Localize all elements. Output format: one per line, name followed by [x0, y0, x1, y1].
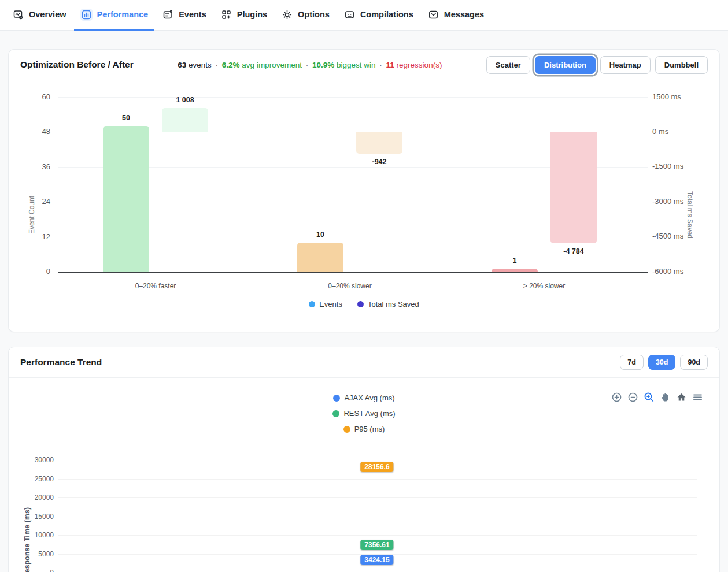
plugins-icon — [220, 9, 232, 21]
selection-zoom-icon[interactable] — [644, 392, 655, 403]
events-icon — [162, 9, 174, 21]
zoom-out-icon[interactable] — [627, 392, 638, 403]
optimization-card-header: Optimization Before / After 63 events · … — [9, 50, 719, 80]
distribution-view-button[interactable]: Distribution — [535, 56, 596, 74]
trend-range-switcher: 7d 30d 90d — [620, 355, 708, 370]
dumbbell-view-button[interactable]: Dumbbell — [655, 56, 708, 74]
bar-events-label: 50 — [97, 114, 155, 122]
category-label: 0–20% slower — [286, 282, 413, 290]
legend-label: Total ms Saved — [368, 300, 419, 309]
legend-item[interactable]: AJAX Avg (ms) — [333, 393, 394, 402]
tab-options[interactable]: Options — [275, 0, 336, 31]
zoom-in-icon[interactable] — [611, 392, 622, 403]
tab-label: Compilations — [360, 10, 413, 19]
bar-events[interactable] — [492, 269, 538, 272]
right-axis-tick: -6000 ms — [652, 267, 710, 276]
y-axis-tick: 0 — [9, 569, 54, 572]
tab-compilations[interactable]: Compilations — [337, 0, 420, 31]
stat-improvement-value: 6.2% — [222, 61, 240, 69]
legend-item[interactable]: P95 (ms) — [343, 425, 385, 433]
legend-dot — [333, 395, 340, 402]
legend-dot — [357, 301, 364, 307]
right-axis-tick: -4500 ms — [652, 232, 710, 240]
bar-events[interactable] — [103, 126, 149, 272]
bar-ms-saved-label: 1 008 — [156, 96, 214, 104]
data-label-badge[interactable]: 3424.15 — [360, 555, 393, 565]
stat-regression-label: regression(s) — [397, 61, 442, 69]
y-axis-tick: 30000 — [9, 456, 54, 464]
legend-label: Events — [319, 300, 342, 309]
heatmap-view-button[interactable]: Heatmap — [600, 56, 651, 74]
gear-icon — [281, 9, 293, 21]
x-axis-line — [58, 272, 648, 273]
legend-item[interactable]: REST Avg (ms) — [332, 409, 395, 418]
right-axis-tick: 0 ms — [652, 127, 710, 136]
y-axis-tick: 10000 — [9, 531, 54, 539]
bar-ms-saved[interactable] — [550, 132, 597, 243]
chart-toolbar — [611, 392, 703, 403]
legend-dot — [309, 301, 315, 307]
distribution-chart: 012243648601500 ms0 ms-1500 ms-3000 ms-4… — [9, 80, 719, 322]
left-axis-tick: 60 — [9, 92, 50, 101]
optimization-card: Optimization Before / After 63 events · … — [8, 49, 720, 332]
tab-label: Overview — [29, 10, 66, 19]
range-30d-button[interactable]: 30d — [648, 355, 676, 370]
data-label-badge[interactable]: 28156.6 — [360, 462, 393, 472]
bar-ms-saved-label: -942 — [350, 158, 408, 166]
trend-chart: AJAX Avg (ms)REST Avg (ms)P95 (ms) — [9, 378, 719, 572]
stat-win-value: 10.9% — [312, 61, 334, 69]
overview-icon — [12, 9, 24, 21]
tab-label: Plugins — [237, 10, 267, 19]
data-label-badge[interactable]: 7356.61 — [360, 540, 393, 550]
right-axis-tick: -3000 ms — [652, 197, 710, 206]
gridline — [58, 517, 697, 517]
trend-card-title: Performance Trend — [20, 357, 102, 367]
left-axis-tick: 0 — [9, 267, 50, 276]
stat-improvement-label: avg improvement — [242, 61, 302, 69]
stat-events-label: events — [189, 61, 212, 69]
left-axis-tick: 48 — [9, 127, 50, 136]
y-axis-tick: 5000 — [9, 550, 54, 558]
left-axis-tick: 36 — [9, 162, 50, 171]
messages-icon — [427, 9, 439, 21]
tab-overview[interactable]: Overview — [6, 0, 73, 31]
legend-label: REST Avg (ms) — [343, 409, 395, 418]
gridline — [58, 535, 697, 536]
gridline — [58, 479, 697, 480]
compilations-icon — [343, 9, 356, 21]
y-axis-tick: 25000 — [9, 475, 54, 483]
tab-plugins[interactable]: Plugins — [214, 0, 274, 31]
scatter-view-button[interactable]: Scatter — [486, 56, 530, 74]
range-90d-button[interactable]: 90d — [680, 355, 708, 370]
performance-icon — [80, 9, 93, 21]
gridline — [58, 497, 697, 498]
category-label: > 20% slower — [481, 282, 608, 290]
bar-events-label: 1 — [486, 257, 544, 265]
optimization-stats: 63 events · 6.2% avg improvement · 10.9%… — [134, 61, 486, 69]
right-axis-tick: 1500 ms — [652, 92, 710, 101]
bar-events[interactable] — [297, 243, 343, 272]
menu-icon[interactable] — [692, 392, 703, 403]
legend-dot — [332, 410, 339, 417]
tab-performance[interactable]: Performance — [74, 0, 155, 31]
trend-card-header: Performance Trend 7d 30d 90d — [9, 347, 719, 378]
legend-item[interactable]: Events — [309, 300, 342, 309]
y-axis-tick: 20000 — [9, 493, 54, 502]
tab-events[interactable]: Events — [156, 0, 213, 31]
bar-ms-saved[interactable] — [356, 132, 402, 154]
optimization-card-title: Optimization Before / After — [20, 60, 134, 70]
top-navigation: Overview Performance Events Plugins — [0, 0, 728, 31]
tab-label: Performance — [97, 10, 149, 19]
tab-label: Events — [179, 10, 206, 19]
legend-item[interactable]: Total ms Saved — [357, 300, 419, 309]
category-label: 0–20% faster — [92, 282, 219, 290]
home-icon[interactable] — [676, 392, 687, 403]
bar-ms-saved[interactable] — [162, 108, 208, 132]
gridline — [58, 97, 648, 98]
distribution-legend: EventsTotal ms Saved — [9, 300, 719, 309]
range-7d-button[interactable]: 7d — [620, 355, 644, 370]
tab-label: Messages — [444, 10, 484, 19]
pan-icon[interactable] — [660, 392, 671, 403]
bar-ms-saved-label: -4 784 — [545, 247, 603, 255]
tab-messages[interactable]: Messages — [421, 0, 490, 31]
